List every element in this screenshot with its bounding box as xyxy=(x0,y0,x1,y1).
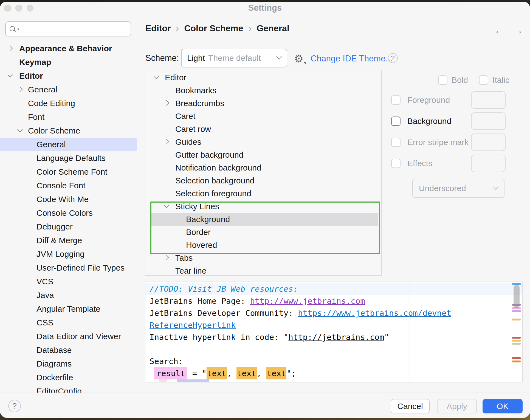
stripe-mark[interactable] xyxy=(512,310,521,312)
code-token-link_visited: http://www.jetbrains.com xyxy=(250,296,365,306)
tree-item-gutter-background[interactable]: Gutter background xyxy=(145,148,381,161)
window-titlebar[interactable]: Settings xyxy=(0,2,530,15)
chevron-down-icon[interactable] xyxy=(17,127,23,132)
italic-checkbox[interactable] xyxy=(479,75,488,85)
tree-item-background[interactable]: Background xyxy=(145,213,381,226)
stripe-mark[interactable] xyxy=(512,357,521,359)
attribute-label: Background xyxy=(407,117,451,126)
sidebar-item-css[interactable]: CSS xyxy=(0,316,137,330)
scheme-gear-icon[interactable]: ⚙ xyxy=(294,53,303,65)
sidebar-item-angular-template[interactable]: Angular Template xyxy=(0,302,137,316)
sidebar-item-debugger[interactable]: Debugger xyxy=(0,220,137,234)
sidebar-item-color-scheme[interactable]: Color Scheme xyxy=(0,124,137,138)
tree-item-selection-foreground[interactable]: Selection foreground xyxy=(145,187,381,200)
help-button[interactable]: ? xyxy=(8,400,21,412)
background-color-swatch[interactable] xyxy=(471,112,506,130)
tree-item-border[interactable]: Border xyxy=(145,226,381,239)
sidebar-item-console-colors[interactable]: Console Colors xyxy=(0,206,137,220)
stripe-mark[interactable] xyxy=(512,337,521,339)
code-token-link: https://www.jetbrains.com/devnet xyxy=(298,308,451,318)
change-ide-theme-link[interactable]: Change IDE Theme... xyxy=(311,54,393,64)
code-line xyxy=(145,343,522,355)
sidebar-item-editor[interactable]: Editor xyxy=(0,69,137,83)
stripe-mark[interactable] xyxy=(512,319,521,320)
sidebar-item-dockerfile[interactable]: Dockerfile xyxy=(0,371,137,384)
tree-item-label: Notification background xyxy=(175,163,261,172)
chevron-down-icon[interactable] xyxy=(164,202,169,208)
sidebar-item-diagrams[interactable]: Diagrams xyxy=(0,357,137,371)
chevron-down-icon[interactable] xyxy=(7,72,13,78)
tree-item-tear-line[interactable]: Tear line xyxy=(145,264,381,276)
sidebar-item-color-scheme-font[interactable]: Color Scheme Font xyxy=(0,165,137,179)
scheme-value-suffix: Theme default xyxy=(208,53,277,63)
tree-item-breadcrumbs[interactable]: Breadcrumbs xyxy=(145,97,381,110)
sidebar-item-java[interactable]: Java xyxy=(0,288,137,302)
sidebar-item-editorconfig[interactable]: EditorConfig xyxy=(0,384,137,393)
sidebar-item-general[interactable]: General xyxy=(0,83,137,97)
sidebar-item-label: JVM Logging xyxy=(36,249,84,259)
attribute-row-foreground: Foreground xyxy=(391,91,506,109)
error-stripe-mark-color-swatch[interactable] xyxy=(471,134,506,151)
foreground-checkbox[interactable] xyxy=(391,95,401,105)
tree-item-tabs[interactable]: Tabs xyxy=(145,251,381,264)
sidebar-item-data-editor-and-viewer[interactable]: Data Editor and Viewer xyxy=(0,330,137,343)
sidebar-item-diff-merge[interactable]: Diff & Merge xyxy=(0,234,137,247)
stripe-mark[interactable] xyxy=(512,283,521,285)
search-input[interactable] xyxy=(21,24,127,34)
stripe-mark[interactable] xyxy=(512,340,521,342)
chevron-down-icon[interactable] xyxy=(154,73,159,79)
breadcrumb-color-scheme[interactable]: Color Scheme xyxy=(184,23,243,33)
tree-item-caret[interactable]: Caret xyxy=(145,110,381,123)
chevron-right-icon[interactable] xyxy=(164,255,169,260)
scrollbar-thumb[interactable] xyxy=(514,285,520,308)
scheme-select[interactable]: Light Theme default xyxy=(181,49,287,67)
stripe-mark[interactable] xyxy=(512,343,521,345)
chevron-right-icon[interactable] xyxy=(164,100,169,106)
breadcrumb-general[interactable]: General xyxy=(257,23,289,33)
effects-checkbox[interactable] xyxy=(391,159,401,168)
chevron-right-icon[interactable] xyxy=(164,139,169,144)
sidebar-item-keymap[interactable]: Keymap xyxy=(0,55,137,69)
code-token xyxy=(167,381,177,382)
window-title: Settings xyxy=(0,3,530,13)
tree-item-sticky-lines[interactable]: Sticky Lines xyxy=(145,200,381,213)
cancel-button[interactable]: Cancel xyxy=(391,399,430,413)
sidebar-item-language-defaults[interactable]: Language Defaults xyxy=(0,151,137,165)
sidebar-item-jvm-logging[interactable]: JVM Logging xyxy=(0,247,137,261)
sidebar-item-general[interactable]: General xyxy=(0,138,137,151)
error-stripe-mark-checkbox[interactable] xyxy=(391,138,401,147)
tree-item-notification-background[interactable]: Notification background xyxy=(145,161,381,174)
forward-arrow-icon[interactable]: → xyxy=(512,24,523,37)
tree-item-bookmarks[interactable]: Bookmarks xyxy=(145,84,381,97)
search-options-caret-icon[interactable]: ▾ xyxy=(17,27,19,31)
tree-item-label: Bookmarks xyxy=(175,86,216,95)
bold-checkbox[interactable] xyxy=(438,75,447,85)
effects-color-swatch[interactable] xyxy=(471,155,506,172)
effect-type-select[interactable]: Underscored xyxy=(412,179,504,198)
tree-item-guides[interactable]: Guides xyxy=(145,135,381,148)
sidebar-item-code-editing[interactable]: Code Editing xyxy=(0,97,137,110)
tree-item-editor[interactable]: Editor xyxy=(145,71,381,84)
chevron-right-icon[interactable] xyxy=(17,86,23,92)
sidebar-item-code-with-me[interactable]: Code With Me xyxy=(0,192,137,206)
background-checkbox[interactable] xyxy=(391,117,401,126)
sidebar-item-appearance-behavior[interactable]: Appearance & Behavior xyxy=(0,42,137,55)
foreground-color-swatch[interactable] xyxy=(471,91,506,109)
sidebar-item-label: Console Colors xyxy=(36,208,93,218)
chevron-right-icon[interactable] xyxy=(7,45,13,51)
back-arrow-icon[interactable]: ← xyxy=(494,24,505,37)
tree-item-caret-row[interactable]: Caret row xyxy=(145,123,381,135)
sidebar-item-font[interactable]: Font xyxy=(0,110,137,124)
tree-item-hovered[interactable]: Hovered xyxy=(145,239,381,251)
ok-button[interactable]: OK xyxy=(483,399,523,413)
settings-search-field[interactable]: ▾ xyxy=(5,21,131,36)
sidebar-item-database[interactable]: Database xyxy=(0,343,137,357)
breadcrumb-editor[interactable]: Editor xyxy=(145,23,171,33)
sidebar-item-label: Keymap xyxy=(19,58,51,67)
sidebar-item-vcs[interactable]: VCS xyxy=(0,275,137,288)
tree-item-selection-background[interactable]: Selection background xyxy=(145,174,381,187)
sidebar-item-user-defined-file-types[interactable]: User-Defined File Types xyxy=(0,261,137,275)
stripe-mark[interactable] xyxy=(512,361,521,362)
scheme-help-icon[interactable]: ? xyxy=(388,53,398,63)
sidebar-item-console-font[interactable]: Console Font xyxy=(0,179,137,192)
